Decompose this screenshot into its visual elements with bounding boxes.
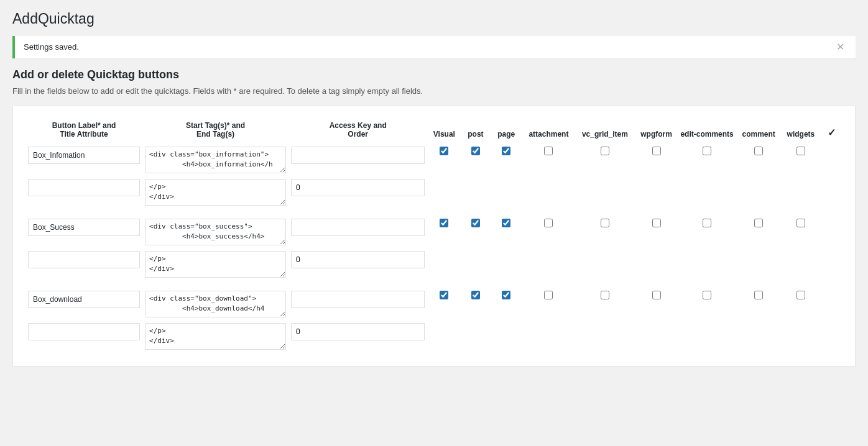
th-page: page (490, 119, 522, 145)
label-input-row1[interactable] (28, 219, 140, 236)
cell-end-tag-row2: </p> </div> (142, 321, 289, 353)
cell-access-key-row0 (289, 145, 427, 177)
cell-order-row2 (289, 321, 427, 353)
checkbox-widgets-row1[interactable] (796, 219, 805, 227)
cell-edit_comments-row1 (678, 217, 736, 249)
th-start-tag: Start Tag(s)* and End Tag(s) (142, 119, 289, 145)
start-tag-textarea-row0[interactable]: <div class="box_information"> <h4>box_in… (145, 147, 286, 173)
notice-text: Settings saved. (24, 42, 79, 52)
main-content-area: Button Label* and Title Attribute Start … (12, 106, 856, 366)
cell-edit_comments-row0 (678, 145, 736, 177)
end-tag-textarea-row0[interactable]: </p> </div> (145, 179, 286, 206)
access-key-input-row2[interactable] (291, 291, 425, 308)
cell-label-row2 (25, 289, 142, 321)
checkbox-vc_grid_item-row2[interactable] (601, 291, 609, 299)
cell-access-key-row1 (289, 217, 427, 249)
checkbox-comment-row0[interactable] (754, 147, 763, 155)
end-tag-textarea-row1[interactable]: </p> </div> (145, 251, 286, 278)
cell-post-row2 (461, 289, 490, 321)
checkbox-wpgform-row1[interactable] (652, 219, 661, 227)
checkbox-widgets-row2[interactable] (796, 291, 805, 299)
checkbox-post-row0[interactable] (471, 147, 480, 155)
cell-vc_grid_item-row2 (575, 289, 635, 321)
th-button-label: Button Label* and Title Attribute (25, 119, 142, 145)
start-tag-textarea-row1[interactable]: <div class="box_success"> <h4>box_succes… (145, 219, 286, 245)
th-comment: comment (736, 119, 781, 145)
cell-comment-row0 (736, 145, 781, 177)
cell-visual-row2 (427, 289, 461, 321)
cell-empty-row1 (427, 249, 843, 281)
order-input-row2[interactable] (291, 323, 425, 340)
table-row: <div class="box_success"> <h4>box_succes… (25, 217, 843, 249)
checkbox-page-row1[interactable] (502, 219, 510, 227)
section-title: Add or delete Quicktag buttons (12, 68, 856, 81)
cell-widgets-row1 (781, 217, 820, 249)
cell-label-row1 (25, 217, 142, 249)
th-widgets: widgets (781, 119, 820, 145)
checkbox-post-row1[interactable] (471, 219, 480, 227)
th-post: post (461, 119, 490, 145)
label-input-row2[interactable] (28, 291, 140, 308)
checkbox-comment-row2[interactable] (754, 291, 763, 299)
cell-order-row1 (289, 249, 427, 281)
cell-label2-row2 (25, 321, 142, 353)
cell-label-row0 (25, 145, 142, 177)
label2-input-row0[interactable] (28, 179, 140, 196)
checkbox-vc_grid_item-row1[interactable] (601, 219, 609, 227)
settings-notice: Settings saved. ✕ (12, 36, 856, 58)
checkbox-widgets-row0[interactable] (796, 147, 805, 155)
order-input-row1[interactable] (291, 251, 425, 268)
cell-comment-row2 (736, 289, 781, 321)
th-visual: Visual (427, 119, 461, 145)
cell-widgets-row2 (781, 289, 820, 321)
notice-close-button[interactable]: ✕ (834, 42, 847, 52)
cell-action-row1 (821, 217, 843, 249)
start-tag-textarea-row2[interactable]: <div class="box_download"> <h4>box_downl… (145, 291, 286, 317)
table-row-bottom: </p> </div> (25, 321, 843, 353)
th-check: ✓ (821, 119, 843, 145)
access-key-input-row1[interactable] (291, 219, 425, 236)
cell-page-row0 (490, 145, 522, 177)
checkbox-visual-row2[interactable] (440, 291, 448, 299)
access-key-input-row0[interactable] (291, 147, 425, 164)
cell-end-tag-row0: </p> </div> (142, 177, 289, 209)
checkbox-post-row2[interactable] (471, 291, 480, 299)
checkbox-edit_comments-row2[interactable] (703, 291, 711, 299)
cell-start-tag-row0: <div class="box_information"> <h4>box_in… (142, 145, 289, 177)
checkbox-attachment-row2[interactable] (544, 291, 553, 299)
checkbox-visual-row0[interactable] (440, 147, 448, 155)
th-vc-grid-item: vc_grid_item (575, 119, 635, 145)
cell-empty-row2 (427, 321, 843, 353)
label2-input-row1[interactable] (28, 251, 140, 268)
checkbox-attachment-row1[interactable] (544, 219, 553, 227)
label2-input-row2[interactable] (28, 323, 140, 340)
cell-edit_comments-row2 (678, 289, 736, 321)
cell-vc_grid_item-row1 (575, 217, 635, 249)
checkbox-page-row2[interactable] (502, 291, 510, 299)
cell-end-tag-row1: </p> </div> (142, 249, 289, 281)
cell-order-row0 (289, 177, 427, 209)
cell-start-tag-row1: <div class="box_success"> <h4>box_succes… (142, 217, 289, 249)
checkbox-visual-row1[interactable] (440, 219, 448, 227)
cell-attachment-row0 (522, 145, 575, 177)
cell-comment-row1 (736, 217, 781, 249)
checkbox-edit_comments-row0[interactable] (703, 147, 711, 155)
section-desc: Fill in the fields below to add or edit … (12, 86, 856, 96)
checkbox-attachment-row0[interactable] (544, 147, 553, 155)
label-input-row0[interactable] (28, 147, 140, 164)
checkbox-page-row0[interactable] (502, 147, 510, 155)
checkbox-comment-row1[interactable] (754, 219, 763, 227)
table-row-bottom: </p> </div> (25, 249, 843, 281)
cell-attachment-row2 (522, 289, 575, 321)
checkbox-vc_grid_item-row0[interactable] (601, 147, 609, 155)
order-input-row0[interactable] (291, 179, 425, 196)
table-row: <div class="box_information"> <h4>box_in… (25, 145, 843, 177)
cell-page-row1 (490, 217, 522, 249)
checkbox-wpgform-row0[interactable] (652, 147, 661, 155)
end-tag-textarea-row2[interactable]: </p> </div> (145, 323, 286, 350)
checkbox-wpgform-row2[interactable] (652, 291, 661, 299)
cell-widgets-row0 (781, 145, 820, 177)
cell-access-key-row2 (289, 289, 427, 321)
cell-vc_grid_item-row0 (575, 145, 635, 177)
checkbox-edit_comments-row1[interactable] (703, 219, 711, 227)
